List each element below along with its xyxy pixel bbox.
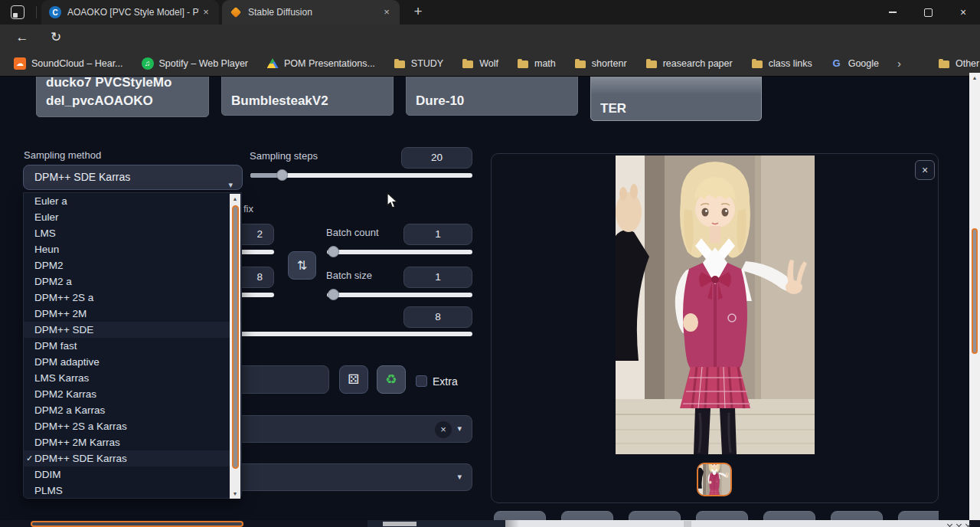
sampler-option[interactable]: DPM++ 2S a <box>24 290 241 306</box>
bookmark-item[interactable]: math <box>517 57 556 70</box>
bookmark-item[interactable]: reasearch paper <box>645 57 733 70</box>
browser-tab-stable-diffusion[interactable]: Stable Diffusion × <box>222 0 400 25</box>
bookmark-label: shortenr <box>592 58 627 69</box>
new-tab-button[interactable]: + <box>409 3 427 21</box>
sampler-option[interactable]: DPM2 a <box>24 273 241 290</box>
sampler-option[interactable]: DPM adaptive <box>24 354 241 370</box>
bookmark-label: class links <box>769 58 812 69</box>
scroll-down-icon[interactable]: ▼ <box>230 489 240 499</box>
dice-icon: ⚄ <box>348 372 360 387</box>
bookmark-icon <box>751 57 763 70</box>
model-card[interactable]: TER <box>590 76 762 121</box>
gallery-thumbnail[interactable] <box>697 463 732 496</box>
tab-actions-icon[interactable] <box>11 5 24 19</box>
sampler-option-label: DDIM <box>34 466 61 483</box>
model-card[interactable]: ducko7 PVCStyleMo del_pvcAOAOKO <box>36 76 209 117</box>
sampling-method-label: Sampling method <box>24 149 101 161</box>
scroll-up-icon[interactable]: ▲ <box>230 194 240 204</box>
bookmark-item[interactable]: POM Presentations... <box>266 57 375 70</box>
model-card-title: BumblesteakV2 <box>231 92 384 110</box>
model-card-title: TER <box>600 100 752 118</box>
tab-close-icon[interactable]: × <box>381 6 393 18</box>
sampler-option[interactable]: LMS Karras <box>24 370 241 386</box>
sampler-option-label: DPM2 <box>34 257 64 273</box>
close-image-button[interactable]: × <box>915 160 935 180</box>
model-card[interactable]: Dure-10 <box>406 76 578 116</box>
scrollbar-thumb[interactable] <box>232 205 239 469</box>
sampler-option[interactable]: DPM++ 2S a Karras <box>24 418 241 434</box>
batch-count-label: Batch count <box>326 227 379 238</box>
back-button[interactable]: ← <box>12 28 32 47</box>
sampler-option-label: DPM++ 2M Karras <box>34 434 120 450</box>
model-card[interactable]: BumblesteakV2 <box>221 76 394 116</box>
scrollbar-thumb[interactable] <box>972 228 978 354</box>
window-minimize-button[interactable] <box>877 0 908 25</box>
sampler-option[interactable]: DPM2 a Karras <box>24 402 241 418</box>
sampler-option[interactable]: DPM fast <box>24 338 241 354</box>
tab-close-icon[interactable]: × <box>200 6 212 18</box>
sampler-option[interactable]: DDIM <box>24 466 241 483</box>
bookmark-icon <box>394 57 406 70</box>
extra-seed-checkbox[interactable] <box>416 375 427 387</box>
bookmark-item[interactable]: shortenr <box>574 57 627 70</box>
bookmark-item[interactable]: ☁ SoundCloud – Hear... <box>14 57 123 70</box>
divider <box>36 6 37 18</box>
batch-count-value[interactable]: 1 <box>403 224 472 245</box>
browser-tab-civitai[interactable]: C AOAOKO [PVC Style Model] - PV × <box>41 0 219 25</box>
sampler-option[interactable]: DPM++ 2M <box>24 306 241 322</box>
bookmark-item[interactable]: STUDY <box>394 57 443 70</box>
batch-size-value[interactable]: 1 <box>403 267 472 288</box>
sampler-option[interactable]: DPM2 Karras <box>24 386 241 402</box>
generated-image[interactable] <box>616 155 815 454</box>
sampler-option[interactable]: DPM++ 2M Karras <box>24 434 241 450</box>
slider-handle[interactable] <box>276 169 288 181</box>
sampler-option[interactable]: Heun <box>24 241 241 257</box>
other-favorites[interactable]: Other favorites <box>938 57 980 70</box>
sampler-option[interactable]: DPM2 <box>24 257 241 273</box>
bookmark-item[interactable]: ♫ Spotify – Web Player <box>142 57 249 70</box>
bookmark-icon <box>517 57 529 70</box>
horizontal-scrollbar[interactable] <box>0 520 980 527</box>
sampling-steps-slider[interactable] <box>250 173 472 178</box>
swap-dimensions-button[interactable]: ⇅ <box>288 251 316 280</box>
window-maximize-button[interactable] <box>913 0 943 25</box>
sampler-option[interactable]: LMS <box>24 225 241 241</box>
bookmark-label: reasearch paper <box>663 58 733 69</box>
bookmark-item[interactable]: class links <box>751 57 812 70</box>
sampler-option[interactable]: Euler a <box>24 193 241 209</box>
random-seed-button[interactable]: ⚄ <box>339 365 368 394</box>
window-close-button[interactable]: × <box>948 0 978 25</box>
chevron-down-icon: ▾ <box>457 472 462 482</box>
sampler-option[interactable]: Euler <box>24 209 241 225</box>
batch-size-slider[interactable] <box>327 293 472 297</box>
batch-count-slider[interactable] <box>327 250 472 254</box>
cfg-scale-value[interactable]: 8 <box>403 306 472 328</box>
sampler-option[interactable]: PLMS <box>24 483 241 499</box>
slider-handle[interactable] <box>328 289 339 300</box>
bookmark-label: math <box>534 58 556 69</box>
scrollbar-track <box>505 520 969 527</box>
clear-icon[interactable]: × <box>435 421 452 438</box>
model-card-title: Dure-10 <box>416 92 568 110</box>
sampling-steps-value[interactable]: 20 <box>401 147 472 169</box>
sampler-option-label: DPM++ SDE <box>34 322 93 338</box>
dropdown-scrollbar[interactable]: ▲ ▼ <box>230 194 240 499</box>
bookmark-item[interactable]: Wolf <box>462 57 498 70</box>
sampler-option-label: DPM++ 2S a <box>34 290 93 306</box>
scrollbar-mark <box>684 521 691 527</box>
civitai-favicon-icon: C <box>49 6 61 18</box>
vertical-scrollbar[interactable]: ▲ ▼ <box>969 73 980 527</box>
sampler-option[interactable]: DPM++ SDE <box>24 322 241 338</box>
scrollbar-thumb[interactable] <box>31 521 243 527</box>
reuse-seed-button[interactable]: ♻ <box>377 365 406 394</box>
scroll-up-icon[interactable]: ▲ <box>969 73 980 83</box>
refresh-button[interactable]: ↻ <box>46 28 66 47</box>
slider-handle[interactable] <box>328 246 339 257</box>
tab-title: AOAOKO [PVC Style Model] - PV <box>67 7 199 18</box>
sampler-option[interactable]: DPM++ SDE Karras <box>24 450 241 466</box>
output-panel: × <box>491 153 939 503</box>
sampling-method-select[interactable]: DPM++ SDE Karras ▾ <box>23 165 243 190</box>
bookmarks-overflow-chevron-icon[interactable]: › <box>897 57 901 70</box>
bookmark-item[interactable]: G Google <box>831 57 879 70</box>
bookmark-icon: G <box>831 57 843 70</box>
